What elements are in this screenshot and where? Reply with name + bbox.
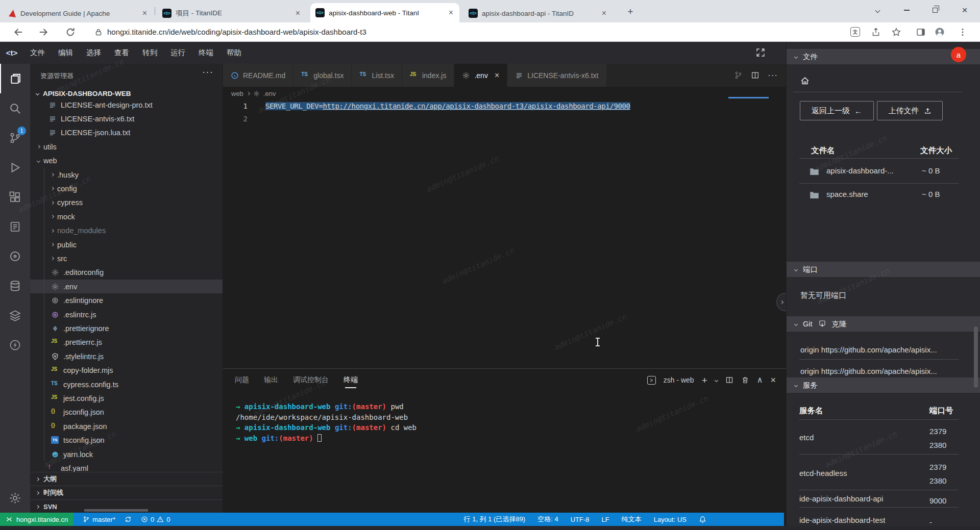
menubar-item[interactable]: 编辑: [52, 42, 80, 64]
tree-item[interactable]: LICENSE-json.lua.txt: [30, 126, 223, 140]
window-restore-button[interactable]: [924, 0, 946, 20]
translate-icon[interactable]: 文: [850, 27, 860, 37]
menubar-item[interactable]: 帮助: [220, 42, 248, 64]
home-icon[interactable]: [800, 75, 810, 86]
activitybar-extensions[interactable]: [0, 182, 30, 212]
tab-close-icon[interactable]: ×: [448, 9, 454, 17]
tree-item[interactable]: src: [30, 251, 223, 265]
statusbar-item[interactable]: Layout: US: [654, 516, 687, 523]
tree-item[interactable]: .stylelintrc.js: [30, 349, 223, 363]
tree-item[interactable]: mock: [30, 210, 223, 223]
git-remote-item[interactable]: origin https://github.com/apache/apisix.…: [800, 345, 964, 354]
terminal-tab[interactable]: 调试控制台: [293, 369, 329, 391]
editor-tab[interactable]: TSList.tsx: [352, 64, 402, 87]
terminal-output[interactable]: → apisix-dashboard-web git:(master) pwd/…: [236, 401, 416, 443]
bookmark-star-icon[interactable]: [891, 27, 901, 37]
tab-close-icon[interactable]: ×: [495, 71, 499, 80]
service-row[interactable]: ide-apisix-dashboard-api9000: [787, 493, 980, 506]
breadcrumb-file[interactable]: .env: [263, 90, 276, 97]
fullscreen-icon[interactable]: [755, 47, 766, 58]
editor-tab[interactable]: .env×: [454, 64, 507, 87]
terminal-tab[interactable]: 输出: [264, 369, 278, 391]
panel-expand-handle[interactable]: [776, 293, 786, 311]
kill-terminal-icon[interactable]: [741, 376, 749, 384]
menubar-item[interactable]: 运行: [164, 42, 192, 64]
tree-item[interactable]: node_modules: [30, 224, 223, 238]
tree-item[interactable]: config: [30, 182, 223, 195]
menubar-item[interactable]: 转到: [136, 42, 164, 64]
tree-item[interactable]: LICENSE-antvis-x6.txt: [30, 112, 223, 125]
section-git-header[interactable]: Git 克隆: [787, 316, 980, 332]
file-row-name[interactable]: space.share: [826, 190, 868, 198]
explorer-hscrollbar[interactable]: [84, 509, 148, 512]
tab-close-icon[interactable]: ×: [141, 9, 148, 17]
tree-item[interactable]: .eslintignore: [30, 294, 223, 308]
menubar-item[interactable]: 选择: [80, 42, 108, 64]
statusbar-item[interactable]: 空格: 4: [537, 515, 558, 524]
breadcrumb-folder[interactable]: web: [231, 90, 243, 97]
new-tab-button[interactable]: +: [624, 5, 637, 18]
browser-menu-icon[interactable]: [958, 27, 968, 37]
file-row-name[interactable]: apisix-dashboard-...: [826, 166, 894, 175]
tree-item[interactable]: .husky: [30, 168, 223, 182]
activitybar-notebook[interactable]: [0, 212, 30, 241]
window-close-button[interactable]: ×: [953, 0, 976, 20]
compare-changes-icon[interactable]: [734, 71, 743, 80]
close-panel-icon[interactable]: ×: [770, 375, 776, 385]
tree-item[interactable]: {}jsconfig.json: [30, 406, 223, 419]
tree-item[interactable]: utils: [30, 140, 223, 154]
tree-item[interactable]: .editorconfig: [30, 266, 223, 280]
tree-item[interactable]: TScypress.config.ts: [30, 377, 223, 391]
activitybar-search[interactable]: [0, 93, 30, 123]
activitybar-plugin-circle[interactable]: [0, 241, 30, 271]
browser-tab[interactable]: <t>项目 - TitanIDE×: [157, 5, 306, 22]
section-ports-header[interactable]: 端口: [787, 262, 980, 277]
editor-tab[interactable]: TSglobal.tsx: [293, 64, 352, 87]
url-field[interactable]: hongxi.titanide.cn/ide/web/coding/apisix…: [107, 22, 366, 41]
menubar-item[interactable]: 终端: [192, 42, 220, 64]
git-remote-item[interactable]: origin https://github.com/apache/apisix.…: [800, 367, 964, 375]
tree-item[interactable]: cypress: [30, 196, 223, 210]
activitybar-files[interactable]: [0, 64, 30, 93]
tree-item[interactable]: JScopy-folder.mjs: [30, 364, 223, 377]
activitybar-layers[interactable]: [0, 300, 30, 330]
browser-tab[interactable]: <t>apisix-dashboard-api - TitanID×: [463, 5, 612, 22]
menubar-item[interactable]: 查看: [108, 42, 136, 64]
reload-icon[interactable]: [65, 27, 76, 38]
sync-status[interactable]: [125, 516, 132, 523]
sidebar-section-0[interactable]: 大纲: [30, 472, 223, 486]
section-services-header[interactable]: 服务: [787, 377, 980, 393]
back-parent-button[interactable]: 返回上一级←: [800, 101, 874, 120]
explorer-more-icon[interactable]: ···: [202, 66, 213, 78]
tree-item[interactable]: .env: [30, 280, 223, 293]
profile-avatar-icon[interactable]: [935, 27, 945, 37]
activitybar-source-control[interactable]: 1: [0, 123, 30, 153]
tree-item[interactable]: .eslintrc.js: [30, 308, 223, 321]
statusbar-item[interactable]: 行 1, 列 1 (已选择89): [464, 515, 526, 524]
upload-file-button[interactable]: 上传文件: [877, 101, 943, 120]
tree-item[interactable]: LICENSE-ant-design-pro.txt: [30, 98, 223, 112]
bell-icon[interactable]: [699, 516, 706, 523]
avatar[interactable]: a: [951, 47, 966, 62]
back-icon[interactable]: [13, 27, 24, 38]
browser-tab[interactable]: Development Guide | Apache×: [4, 5, 153, 22]
editor-tab[interactable]: README.md: [223, 64, 293, 87]
editor-more-actions-icon[interactable]: ···: [768, 70, 778, 81]
tree-item[interactable]: yarn.lock: [30, 447, 223, 461]
tree-item[interactable]: {}package.json: [30, 419, 223, 433]
service-row[interactable]: etcd23792380: [787, 423, 980, 453]
terminal-shell-label[interactable]: zsh - web: [664, 376, 694, 384]
git-branch-status[interactable]: master*: [83, 516, 115, 523]
terminal-tab[interactable]: 问题: [235, 369, 249, 391]
side-panel-icon[interactable]: [916, 27, 926, 37]
split-terminal-icon[interactable]: [725, 376, 733, 384]
tree-item[interactable]: JSjest.config.js: [30, 391, 223, 405]
tab-close-icon[interactable]: ×: [295, 9, 301, 17]
share-icon[interactable]: [871, 27, 881, 37]
editor-tab[interactable]: LICENSE-antvis-x6.txt: [507, 64, 606, 87]
tab-search-chevron-icon[interactable]: [866, 0, 889, 20]
window-minimize-button[interactable]: [895, 0, 918, 20]
tab-close-icon[interactable]: ×: [601, 9, 607, 17]
tree-item[interactable]: .prettierignore: [30, 321, 223, 335]
problems-status[interactable]: 0 0: [141, 516, 170, 523]
